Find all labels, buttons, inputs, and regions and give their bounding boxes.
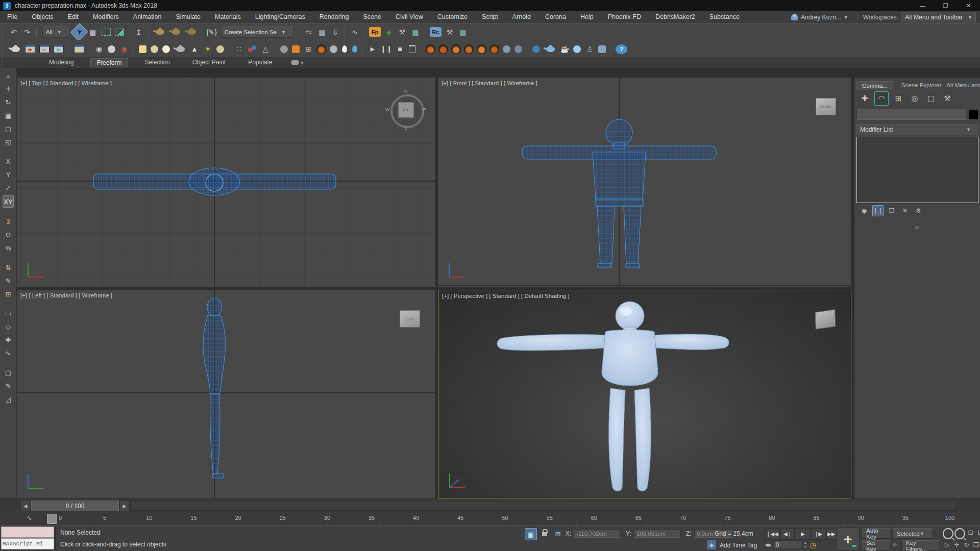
remove-modifier-icon[interactable]: ✕: [900, 206, 910, 216]
menu-substance[interactable]: Substance: [702, 11, 747, 23]
script-editor-icon[interactable]: {✎}: [206, 26, 217, 38]
curve-editor-icon[interactable]: ∿: [349, 26, 360, 38]
export-icon[interactable]: △: [260, 43, 271, 55]
ruler-tick-65[interactable]: 65: [635, 515, 642, 521]
railclone-lister-icon[interactable]: ▤: [457, 26, 469, 38]
smoke-icon[interactable]: [330, 45, 337, 53]
menu-rendering[interactable]: Rendering: [312, 11, 356, 23]
region-select-icon[interactable]: ▢: [3, 123, 13, 134]
railclone-wrench-icon[interactable]: ⚒: [444, 26, 455, 38]
skylight-icon[interactable]: [139, 45, 146, 53]
ribbon-tab-object-paint[interactable]: Object Paint: [186, 58, 232, 67]
menu-script[interactable]: Script: [475, 11, 505, 23]
auto-key-button[interactable]: Auto Key: [862, 528, 890, 539]
menu-edit[interactable]: Edit: [61, 11, 86, 23]
sun-icon[interactable]: ☀: [202, 43, 213, 55]
phoenix-fire-4-icon[interactable]: [464, 44, 474, 54]
time-slider-ruler[interactable]: ∿ 05101520253035404550556065707580859095…: [0, 512, 980, 526]
ruler-tick-15[interactable]: 15: [190, 515, 197, 521]
axis-z-icon[interactable]: Z: [3, 182, 13, 193]
rendered-frame-icon[interactable]: [54, 45, 64, 53]
menu-arnold[interactable]: Arnold: [505, 11, 538, 23]
align-icon[interactable]: ⇩: [330, 26, 341, 38]
create-tab-icon[interactable]: ✚: [858, 92, 871, 105]
ruler-tick-45[interactable]: 45: [457, 515, 463, 521]
maximize-viewport-icon[interactable]: ❒: [972, 540, 980, 549]
ruler-tick-5[interactable]: 5: [103, 515, 106, 521]
viewport-left[interactable]: [+] [ Left ] [ Standard ] [ Wireframe ]: [17, 290, 435, 498]
time-configuration-icon[interactable]: ◷: [810, 541, 816, 549]
select-by-name-icon[interactable]: ▤: [87, 26, 99, 38]
cross-icon[interactable]: ✚: [3, 334, 13, 345]
modifier-list-dropdown[interactable]: Modifier List ▼: [856, 124, 978, 135]
ruler-tick-80[interactable]: 80: [769, 515, 775, 521]
spinner-snap-icon[interactable]: ⇅: [3, 262, 13, 273]
menu-animation[interactable]: Animation: [126, 11, 169, 23]
menu-phoenix-fd[interactable]: Phoenix FD: [601, 11, 648, 23]
orbit-icon[interactable]: ↻: [962, 540, 971, 549]
fov-icon[interactable]: ▷: [943, 540, 951, 549]
corner-icon[interactable]: ◿: [3, 393, 13, 405]
add-time-tag[interactable]: Add Time Tag: [720, 542, 757, 549]
ruler-tick-20[interactable]: 20: [235, 515, 241, 521]
menu-materials[interactable]: Materials: [208, 11, 248, 23]
set-keys-button[interactable]: +: [836, 528, 860, 550]
ocean-icon[interactable]: [532, 45, 540, 53]
fire-helper-icon[interactable]: [316, 44, 326, 54]
viewcube-top-face[interactable]: TOP: [398, 102, 414, 118]
zoom-all-icon[interactable]: [954, 528, 965, 539]
modify-tab-icon[interactable]: ◠: [874, 91, 889, 106]
curve-icon[interactable]: ∿: [3, 347, 13, 359]
minimize-button[interactable]: —: [911, 0, 934, 11]
axis-x-icon[interactable]: X: [3, 156, 13, 167]
character-icon[interactable]: ♙: [584, 43, 595, 55]
utilities-tab-icon[interactable]: ⚒: [941, 92, 954, 105]
ruler-tick-10[interactable]: 10: [146, 515, 152, 521]
scale-icon[interactable]: ▣: [3, 110, 13, 121]
frame-spinner-arrows[interactable]: ▲▼: [804, 541, 807, 549]
menu-help[interactable]: Help: [573, 11, 601, 23]
snap-teapot-b-icon[interactable]: [172, 29, 180, 35]
menu-civil-view[interactable]: Civil View: [388, 11, 430, 23]
viewport-top[interactable]: [+] [ Top ] [ Standard ] [ Wireframe ]: [17, 78, 435, 287]
cone-icon[interactable]: ▲: [189, 43, 200, 55]
motion-tab-icon[interactable]: ◎: [908, 92, 921, 105]
ruler-tick-0[interactable]: 0: [59, 515, 62, 521]
ruler-tick-90[interactable]: 90: [858, 515, 864, 521]
light-lister-icon[interactable]: [74, 45, 84, 53]
rail-scroll-up-icon[interactable]: ▲: [3, 70, 13, 81]
modifier-stack-list[interactable]: [856, 137, 978, 203]
select-move-icon[interactable]: ✛: [3, 83, 13, 94]
rotate-icon[interactable]: ↻: [3, 96, 13, 108]
viewcube-compass[interactable]: TOP N E S W: [386, 90, 425, 129]
ruler-tick-50[interactable]: 50: [502, 515, 508, 521]
phoenix-fire-5-icon[interactable]: [477, 44, 486, 54]
viewcube-perspective[interactable]: [815, 309, 836, 330]
ruler-tick-70[interactable]: 70: [680, 515, 686, 521]
command-panel-tab[interactable]: Comma...: [856, 81, 893, 90]
viewport-front[interactable]: [+] [ Front ] [ Standard ] [ Wireframe ]: [438, 78, 851, 287]
close-button[interactable]: ✕: [957, 0, 980, 11]
ruler-tick-60[interactable]: 60: [591, 515, 597, 521]
viewport-top-label[interactable]: [+] [ Top ] [ Standard ] [ Wireframe ]: [20, 80, 112, 86]
isolate-selection-toggle[interactable]: ▣: [525, 528, 537, 540]
scene-explorer-tab[interactable]: Scene Explorer - Alt Menu and...: [901, 82, 980, 90]
ribbon-tab-freeform[interactable]: Freeform: [90, 58, 129, 67]
previous-frame-icon[interactable]: ◀❘: [780, 528, 795, 540]
menu-lighting-cameras[interactable]: Lighting/Cameras: [248, 11, 312, 23]
mini-curve-editor-icon[interactable]: ∿: [27, 514, 32, 522]
menu-scene[interactable]: Scene: [356, 11, 388, 23]
wire-teapot-icon[interactable]: [176, 46, 185, 52]
maxscript-input[interactable]: MAXScript Mi: [1, 538, 54, 549]
ruler-tick-85[interactable]: 85: [813, 515, 819, 521]
liquid-drop-icon[interactable]: [352, 45, 357, 53]
phoenix-fire-6-icon[interactable]: [489, 44, 499, 54]
maxscript-macro-row[interactable]: [1, 527, 54, 538]
dome-light-icon[interactable]: [151, 45, 158, 53]
ribbon-overflow-button[interactable]: ▾: [291, 60, 304, 65]
track-bar-lane[interactable]: [132, 501, 955, 511]
blue-teapot-icon[interactable]: [546, 46, 555, 52]
foam-drop-icon[interactable]: [342, 45, 347, 53]
x-coordinate-field[interactable]: -110,702cm: [574, 529, 621, 538]
sphere-icon[interactable]: [216, 45, 224, 53]
